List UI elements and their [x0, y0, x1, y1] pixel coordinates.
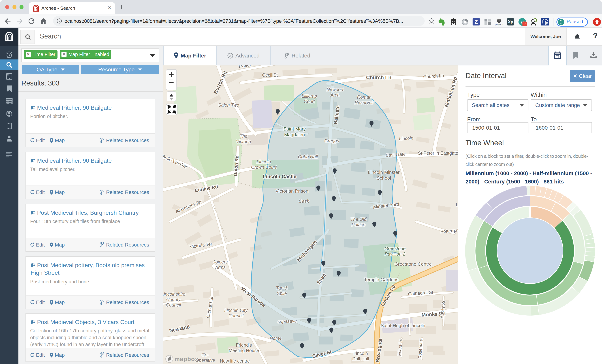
- svg-text:Greestone: Greestone: [385, 246, 406, 251]
- svg-text:Salon Two: Salon Two: [218, 102, 239, 107]
- svg-text:Newport: Newport: [326, 87, 344, 92]
- svg-text:School: School: [376, 175, 391, 181]
- svg-text:Crown Court: Crown Court: [251, 165, 277, 170]
- svg-text:Arch: Arch: [330, 92, 340, 97]
- svg-text:New life centre: New life centre: [220, 358, 250, 364]
- svg-text:Joiners: Joiners: [213, 259, 228, 264]
- svg-text:Cecil St: Cecil St: [262, 73, 278, 77]
- svg-text:Lillicrap: Lillicrap: [302, 93, 317, 98]
- svg-text:Tap &: Tap &: [276, 285, 288, 290]
- svg-text:supasave: supasave: [278, 318, 297, 324]
- svg-text:Victorian Prison: Victorian Prison: [276, 188, 308, 194]
- svg-text:Cobb Hall: Cobb Hall: [298, 154, 318, 159]
- svg-text:Saint Mary: Saint Mary: [283, 126, 306, 132]
- svg-text:Church Ln: Church Ln: [366, 75, 391, 80]
- svg-text:Lincoln Castle: Lincoln Castle: [263, 174, 297, 179]
- svg-text:Spile: Spile: [277, 291, 287, 296]
- svg-text:The Old: The Old: [351, 217, 367, 222]
- svg-text:Court: Court: [304, 99, 315, 104]
- svg-text:Lincoln City: Lincoln City: [224, 308, 248, 313]
- svg-text:Pavillion 2: Pavillion 2: [385, 251, 405, 257]
- svg-text:Lincoln: Lincoln: [399, 135, 413, 141]
- svg-text:mapbox: mapbox: [174, 356, 198, 362]
- svg-text:LIn: LIn: [456, 202, 458, 207]
- svg-text:County: County: [166, 297, 181, 302]
- svg-text:Victoria: Victoria: [236, 139, 251, 144]
- svg-text:Home: Home: [269, 335, 282, 341]
- svg-text:Lincoln Minster: Lincoln Minster: [368, 170, 400, 175]
- svg-text:Palace: Palace: [352, 222, 365, 227]
- svg-text:Council: Council: [166, 302, 181, 307]
- svg-text:Drill Hall: Drill Hall: [352, 356, 369, 361]
- svg-text:St Peter in Eastgate: St Peter in Eastgate: [418, 150, 458, 156]
- svg-text:Lincolnshire: Lincolnshire: [163, 291, 185, 297]
- svg-text:Council: Council: [228, 313, 244, 318]
- svg-text:Arms: Arms: [215, 265, 226, 270]
- svg-text:Friend's: Friend's: [236, 343, 252, 348]
- svg-text:Saint Hugh of Lincoln: Saint Hugh of Lincoln: [381, 323, 425, 328]
- svg-text:Lincoln: Lincoln: [257, 159, 271, 164]
- svg-text:Reservoir: Reservoir: [355, 100, 374, 105]
- svg-text:The: The: [239, 134, 247, 139]
- svg-text:Roman: Roman: [357, 95, 372, 100]
- svg-text:Greestone Centre: Greestone Centre: [395, 261, 432, 267]
- svg-text:Rosemary: Rosemary: [417, 339, 423, 359]
- svg-text:Magdalen: Magdalen: [284, 132, 305, 137]
- svg-text:Greggs: Greggs: [324, 138, 339, 143]
- svg-text:Lincoln: Lincoln: [354, 351, 368, 356]
- svg-text:Meeting House: Meeting House: [229, 348, 259, 353]
- svg-text:Cask: Cask: [299, 199, 309, 204]
- svg-text:Temple Gardens: Temple Gardens: [364, 277, 399, 282]
- svg-text:geojson.io: geojson.io: [495, 24, 503, 25]
- svg-text:Co-: Co-: [202, 352, 209, 357]
